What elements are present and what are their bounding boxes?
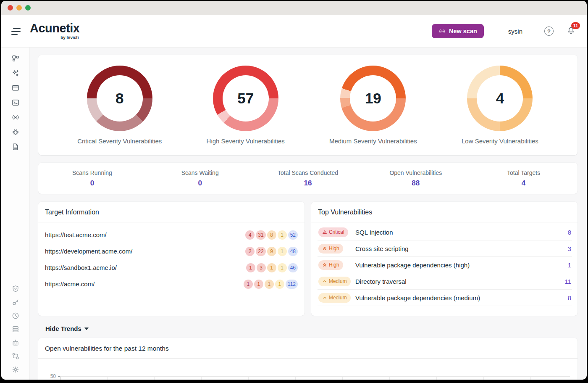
- gear-icon[interactable]: [11, 365, 20, 374]
- count-badge: 112: [286, 280, 298, 289]
- stat-label: Open Vulnerabilities: [362, 169, 470, 176]
- target-row[interactable]: https://development.acme.com/ 2229148: [38, 243, 304, 259]
- zoom-button[interactable]: [25, 5, 31, 11]
- vulnerability-row[interactable]: Medium Vulnerable package dependencies (…: [318, 290, 572, 306]
- severity-count-badges: 4318152: [245, 230, 298, 240]
- browser-icon[interactable]: [11, 84, 20, 92]
- notifications-button[interactable]: 11: [566, 26, 576, 37]
- new-scan-button[interactable]: New scan: [432, 24, 484, 38]
- stat-item: Scans Waiting 0: [146, 169, 254, 188]
- donut-chart: 4: [467, 66, 533, 131]
- shield-check-icon[interactable]: [11, 285, 20, 293]
- stat-value[interactable]: 0: [146, 179, 254, 188]
- donut-value: 57: [237, 90, 254, 107]
- count-badge: 1: [246, 263, 255, 272]
- grid-icon[interactable]: [11, 54, 20, 63]
- stat-value[interactable]: 88: [362, 179, 470, 188]
- target-information-title: Target Information: [38, 202, 304, 222]
- severity-count-badges: 1111112: [244, 280, 298, 289]
- vulnerability-count: 11: [564, 278, 571, 285]
- donut-label: Critical Severity Vulnerabilities: [77, 137, 162, 145]
- target-row[interactable]: https://sandbox1.acme.io/ 131146: [38, 259, 304, 276]
- user-menu[interactable]: sysin: [508, 28, 522, 35]
- stat-label: Total Scans Conducted: [254, 169, 362, 176]
- count-badge: 1: [265, 280, 274, 289]
- database-icon[interactable]: [11, 325, 20, 333]
- severity-donut-widget[interactable]: 4 Low Severity Vulnerabilities: [462, 66, 538, 145]
- vulnerability-row[interactable]: High Vulnerable package dependencies (hi…: [318, 257, 572, 273]
- donut-value: 4: [496, 90, 504, 107]
- vulnerability-row[interactable]: Critical SQL Injection 8: [318, 224, 572, 240]
- count-badge: 1: [278, 230, 287, 240]
- top-vulnerabilities-title: Top Vulnerabilities: [311, 202, 578, 222]
- target-url: https://sandbox1.acme.io/: [45, 264, 117, 271]
- document-icon[interactable]: [11, 143, 20, 151]
- app-window: Acunetix by Invicti New scan sysin ? 11: [1, 1, 587, 380]
- target-url: https://development.acme.com/: [45, 248, 132, 255]
- vulnerability-count: 8: [568, 294, 571, 301]
- count-badge: 1: [275, 280, 284, 289]
- severity-badge: Critical: [318, 227, 348, 237]
- stat-item: Total Scans Conducted 16: [254, 169, 362, 188]
- count-badge: 1: [244, 280, 253, 289]
- count-badge: 9: [267, 247, 276, 256]
- vulnerability-name: Directory traversal: [355, 278, 564, 285]
- severity-summary-card: 8 Critical Severity Vulnerabilities 57 H…: [38, 55, 578, 155]
- count-badge: 48: [288, 247, 298, 256]
- severity-label: Medium: [329, 295, 347, 301]
- top-vulnerabilities-panel: Top Vulnerabilities Critical SQL Injecti…: [311, 202, 578, 316]
- logo: Acunetix by Invicti: [30, 22, 79, 40]
- stat-value[interactable]: 4: [470, 179, 578, 188]
- count-badge: 2: [245, 247, 255, 256]
- count-badge: 1: [278, 247, 287, 256]
- target-url: https://test.acme.com/: [45, 231, 107, 238]
- hide-trends-label: Hide Trends: [45, 325, 81, 332]
- severity-count-badges: 131146: [246, 263, 298, 272]
- severity-label: High: [329, 246, 339, 251]
- close-button[interactable]: [8, 5, 13, 11]
- target-url: https://acme.com/: [45, 280, 94, 288]
- count-badge: 3: [257, 263, 266, 272]
- robot-icon[interactable]: [11, 338, 20, 347]
- count-badge: 8: [267, 230, 276, 240]
- scan-icon: [438, 28, 446, 35]
- stat-value[interactable]: 0: [38, 179, 146, 188]
- donut-chart: 19: [340, 66, 406, 131]
- vulnerability-row[interactable]: High Cross site scripting 3: [318, 240, 572, 257]
- help-icon[interactable]: ?: [544, 26, 554, 36]
- severity-badge: Medium: [318, 277, 351, 286]
- scan-icon[interactable]: [11, 113, 20, 122]
- vulnerability-name: Vulnerable package dependencies (medium): [355, 294, 568, 301]
- stat-value[interactable]: 16: [254, 179, 362, 188]
- menu-icon[interactable]: [11, 27, 21, 35]
- stat-label: Scans Waiting: [146, 169, 254, 176]
- donut-label: Low Severity Vulnerabilities: [462, 137, 538, 145]
- hide-trends-toggle[interactable]: Hide Trends: [45, 325, 89, 332]
- sparkles-icon[interactable]: [11, 69, 20, 77]
- terminal-icon[interactable]: [11, 98, 20, 107]
- sidebar: [1, 48, 30, 380]
- stats-card: Scans Running 0 Scans Waiting 0 Total Sc…: [38, 163, 578, 194]
- notification-count-badge: 11: [571, 22, 580, 29]
- workflow-icon[interactable]: [11, 352, 20, 360]
- target-row[interactable]: https://test.acme.com/ 4318152: [38, 227, 304, 243]
- stat-item: Total Targets 4: [470, 169, 578, 188]
- donut-chart: 8: [87, 66, 152, 131]
- target-row[interactable]: https://acme.com/ 1111112: [38, 276, 304, 292]
- minimize-button[interactable]: [16, 5, 22, 11]
- new-scan-label: New scan: [449, 28, 477, 34]
- chevron-down-icon: [84, 328, 89, 330]
- severity-donut-widget[interactable]: 8 Critical Severity Vulnerabilities: [77, 66, 162, 145]
- count-badge: 1: [267, 263, 276, 272]
- vulnerability-name: Vulnerable package dependencies (high): [355, 261, 568, 269]
- key-icon[interactable]: [11, 298, 20, 306]
- clock-icon[interactable]: [11, 312, 20, 320]
- severity-badge: High: [318, 244, 343, 254]
- vulnerability-count: 3: [568, 245, 571, 252]
- vulnerability-row[interactable]: Medium Directory traversal 11: [318, 273, 572, 290]
- target-information-panel: Target Information https://test.acme.com…: [38, 202, 304, 316]
- severity-donut-widget[interactable]: 57 High Severity Vulnerabilities: [207, 66, 285, 145]
- bug-icon[interactable]: [11, 128, 20, 136]
- main-content: 8 Critical Severity Vulnerabilities 57 H…: [30, 48, 587, 380]
- severity-donut-widget[interactable]: 19 Medium Severity Vulnerabilities: [329, 66, 417, 145]
